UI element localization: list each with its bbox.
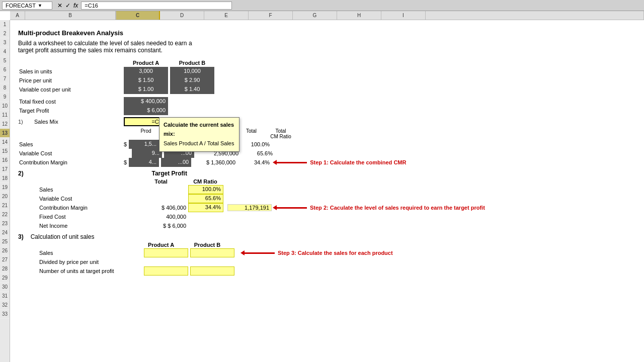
variable-cost-row: Variable cost per unit $ 1.00 $ 1.40 bbox=[18, 85, 636, 94]
prod-b-vc-cell[interactable]: $ 1.40 bbox=[170, 85, 214, 94]
s2-sales-label: Sales bbox=[38, 186, 144, 193]
sales-mix-row: 1) Sales Mix =C16 Calcuiate the current … bbox=[18, 117, 636, 126]
formula-input[interactable]: =C16 bbox=[81, 2, 232, 10]
s2-ni-label: Net Income bbox=[38, 222, 144, 229]
row-num-17: 17 bbox=[0, 165, 10, 174]
section3-number: 3) bbox=[18, 233, 24, 240]
confirm-icon[interactable]: ✓ bbox=[65, 2, 70, 9]
prod-a-vc-cell[interactable]: $ 1.00 bbox=[124, 85, 168, 94]
step2-text: Step 2: Caculate the level of sales requ… bbox=[310, 205, 485, 211]
subtitle-line1: Build a worksheet to calculate the level… bbox=[18, 40, 636, 47]
row-num-7: 7 bbox=[0, 74, 10, 83]
row-num-16: 16 bbox=[0, 156, 10, 165]
tfc-label: Total fixed cost bbox=[18, 98, 124, 105]
row-num-14: 14 bbox=[0, 138, 10, 147]
s2-sales-pct[interactable]: 100.0% bbox=[188, 185, 223, 194]
dropdown-icon[interactable]: ▼ bbox=[38, 3, 42, 8]
row-num-23: 23 bbox=[0, 219, 10, 228]
s2-cm-header: CM Ratio bbox=[183, 178, 227, 185]
cm-ratio-header: TotalCM Ratio bbox=[259, 128, 303, 139]
s1-prod-b-cm[interactable]: ...00 bbox=[161, 158, 191, 167]
col-header-i: I bbox=[381, 11, 426, 20]
s3-prod-a-sales[interactable] bbox=[144, 248, 188, 257]
s2-cm-label: Contribution Margin bbox=[38, 204, 144, 211]
s3-proda-header: Product A bbox=[139, 242, 183, 248]
col-header-a: A bbox=[10, 11, 25, 20]
s1-prod-a-vc[interactable]: 9... bbox=[132, 149, 162, 158]
s1-prod-a-sales[interactable]: 1,5... bbox=[129, 140, 159, 149]
s3-prod-b-sales[interactable] bbox=[190, 248, 234, 257]
col-header-d: D bbox=[160, 11, 204, 20]
s1-prod-a-cm[interactable]: 4... bbox=[129, 158, 159, 167]
total-fixed-cost-row: Total fixed cost $ 400,000 bbox=[18, 97, 636, 106]
row-num-1: 1 bbox=[0, 20, 10, 29]
target-profit-row: Target Profit $ 6,000 bbox=[18, 106, 636, 115]
s3-prod-a-units[interactable] bbox=[144, 266, 188, 276]
s1-cm-pct: 34.4% bbox=[239, 159, 270, 165]
s2-total-header: Total bbox=[139, 178, 183, 185]
s2-ni-total: $ $ 6,000 bbox=[144, 223, 188, 229]
section2-sales-row: Sales 100.0% bbox=[38, 185, 636, 194]
row-num-30: 30 bbox=[0, 283, 10, 292]
prod-a-units-cell[interactable]: 3,000 bbox=[124, 67, 168, 76]
row-num-28: 28 bbox=[0, 264, 10, 274]
row-num-9: 9 bbox=[0, 93, 10, 102]
cell-reference-box[interactable]: FORECAST ▼ bbox=[2, 2, 52, 10]
cancel-icon[interactable]: ✕ bbox=[57, 2, 62, 9]
product-b-header: Product B bbox=[170, 60, 214, 66]
col-header-b: B bbox=[25, 11, 116, 20]
step1-label: 1) bbox=[18, 119, 33, 125]
target-profit-cell[interactable]: $ 6,000 bbox=[124, 106, 168, 115]
s3-divided-label: Divided by price per unit bbox=[38, 258, 144, 265]
row-num-29: 29 bbox=[0, 274, 10, 283]
prod-b-units-cell[interactable]: 10,000 bbox=[170, 67, 214, 76]
s2-vc-label: Variable Cost bbox=[38, 195, 144, 202]
s3-prodb-header: Product B bbox=[185, 242, 229, 248]
prod-b-price-cell[interactable]: $ 2.90 bbox=[170, 76, 214, 85]
col-header-c: C bbox=[116, 11, 160, 20]
vc-label: Variable cost per unit bbox=[18, 86, 124, 93]
row-num-18: 18 bbox=[0, 174, 10, 183]
total-fixed-cell[interactable]: $ 400,000 bbox=[124, 97, 168, 106]
row-num-26: 26 bbox=[0, 246, 10, 255]
section3-divided-row: Divided by price per unit bbox=[38, 257, 636, 266]
product-a-header: Product A bbox=[124, 60, 168, 66]
s3-units-label: Number of units at target profit bbox=[38, 267, 144, 275]
cell-ref-label: FORECAST bbox=[6, 3, 36, 9]
step3-text: Step 3: Calculate the sales for each pro… bbox=[278, 250, 393, 256]
price-per-unit-row: Price per unit $ 1.50 $ 2.90 bbox=[18, 76, 636, 85]
col-header-rest bbox=[426, 11, 644, 20]
section2-cm-row: Contribution Margin $ 406,000 34.4% 1,17… bbox=[38, 203, 636, 212]
row-num-22: 22 bbox=[0, 210, 10, 219]
section2-number: 2) bbox=[18, 170, 24, 177]
s3-prod-b-units[interactable] bbox=[190, 266, 234, 276]
col-header-h: H bbox=[337, 11, 381, 20]
row-num-19: 19 bbox=[0, 183, 10, 192]
s2-cm-result[interactable]: 1,179,191 bbox=[227, 204, 272, 211]
section2-vc-row: Variable Cost 65.6% bbox=[38, 194, 636, 203]
row-num-6: 6 bbox=[0, 65, 10, 74]
col-header-e: E bbox=[204, 11, 249, 20]
prod-a-price-cell[interactable]: $ 1.50 bbox=[124, 76, 168, 85]
s1-total-cm: $ 1,360,000 bbox=[193, 159, 237, 165]
section3-heading: Calculation of unit sales bbox=[31, 233, 95, 240]
subtitle-line2: target profit assuming the sales mix rem… bbox=[18, 47, 636, 54]
top-bar: FORECAST ▼ ✕ ✓ fx =C16 bbox=[0, 0, 644, 11]
sales-in-units-row: Sales in units 3,000 10,000 bbox=[18, 67, 636, 76]
section3-units-row: Number of units at target profit bbox=[38, 266, 636, 276]
row-num-3: 3 bbox=[0, 38, 10, 47]
row-num-11: 11 bbox=[0, 111, 10, 120]
section1-cm-row: Contribution Margin $ 4... ...00 $ 1,360… bbox=[18, 158, 636, 167]
dollar-a: $ bbox=[124, 141, 127, 147]
row-num-20: 20 bbox=[0, 192, 10, 201]
s1-total-pct: 100.0% bbox=[239, 141, 270, 147]
row-num-31: 31 bbox=[0, 292, 10, 301]
s1-vc-pct: 65.6% bbox=[243, 150, 273, 156]
row-num-5: 5 bbox=[0, 56, 10, 65]
section2-heading: Target Profit bbox=[119, 170, 220, 177]
section1-sales-row: Sales $ 1,5... ...00 $ 3,950,000 100.0% bbox=[18, 140, 636, 149]
row-num-21: 21 bbox=[0, 201, 10, 210]
s2-cm-pct[interactable]: 34.4% bbox=[188, 203, 223, 212]
section3-sales-row: Sales Step 3: Calculate the sales for ea… bbox=[38, 248, 636, 257]
s2-vc-pct[interactable]: 65.6% bbox=[188, 194, 223, 203]
